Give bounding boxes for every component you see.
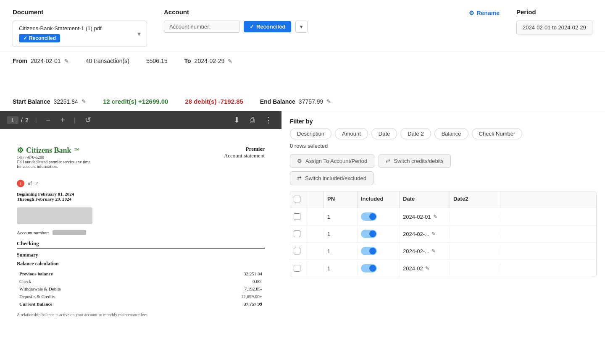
from-value: 2024-02-01 (31, 58, 61, 64)
from-stat: From 2024-02-01 ✎ (13, 58, 69, 64)
row4-extra (500, 264, 596, 272)
action-btn-row: ⚙ Assign To Account/Period ⇄ Switch cred… (290, 154, 597, 168)
row2-date: 2024-02-... ✎ (400, 227, 450, 241)
from-edit-icon[interactable]: ✎ (64, 58, 69, 64)
rows-selected: 0 rows selected (290, 143, 597, 149)
current-balance-val: 37,757.99 (177, 301, 264, 307)
check-icon: ✓ (23, 35, 27, 41)
filter-balance-button[interactable]: Balance (434, 128, 468, 139)
to-stat: To 2024-02-29 ✎ (184, 58, 233, 64)
assign-account-button[interactable]: ⚙ Assign To Account/Period (290, 154, 374, 168)
pdf-zoom-out-button[interactable]: − (43, 115, 53, 126)
withdrawals-val: 7,192.85- (177, 285, 264, 292)
document-content: Citizens-Bank-Statement-1 (1).pdf ✓ Reco… (19, 25, 102, 42)
switch-included-button[interactable]: ⇄ Switch included/excluded (290, 171, 374, 185)
row1-toggle[interactable] (361, 212, 377, 221)
row1-date-edit-icon[interactable]: ✎ (433, 214, 437, 220)
pdf-balance-calc-title: Balance calculation (17, 261, 265, 267)
action-buttons: ⚙ Assign To Account/Period ⇄ Switch cred… (290, 154, 597, 185)
row3-checkbox (290, 244, 307, 259)
filter-amount-button[interactable]: Amount (335, 128, 368, 139)
table-row: 1 2024-02-... ✎ (290, 243, 596, 260)
pdf-header: ⚙ Citizens Bank ™ 1-877-670-5200 Call ou… (17, 146, 265, 173)
filter-buttons: Description Amount Date Date 2 Balance C… (290, 128, 597, 139)
row1-sep (307, 212, 324, 221)
row2-toggle[interactable] (361, 230, 377, 238)
pdf-toolbar: / 2 | − + | ↺ ⬇ ⎙ ⋮ (0, 111, 281, 129)
account-dropdown-button[interactable]: ▾ (295, 21, 308, 33)
pdf-summary-title: Summary (17, 252, 265, 258)
pdf-phone: 1-877-670-5200 (17, 155, 90, 160)
switch-credits-button[interactable]: ⇄ Switch credits/debits (379, 154, 451, 168)
top-section: Document Citizens-Bank-Statement-1 (1).p… (0, 0, 605, 52)
pdf-print-button[interactable]: ⎙ (247, 115, 257, 126)
deposits-label: Deposits & Credits (18, 293, 176, 300)
to-value: 2024-02-29 (195, 58, 225, 64)
account-row: Account number: ✓ Reconciled ▾ (164, 21, 500, 33)
balance-mid-stat: 5506.15 (146, 58, 168, 64)
start-balance-edit-icon[interactable]: ✎ (82, 98, 86, 105)
row3-select[interactable] (294, 248, 300, 254)
row2-sep (307, 230, 324, 238)
filter-date-button[interactable]: Date (371, 128, 397, 139)
page-count: 2 (35, 181, 38, 187)
pdf-page-total: 2 (25, 117, 29, 123)
check-val: 0.00- (177, 278, 264, 285)
row4-checkbox (290, 261, 307, 276)
reconciled-badge: ✓ Reconciled (19, 34, 60, 42)
col-separator (307, 191, 324, 208)
chevron-down-icon[interactable]: ▾ (137, 30, 141, 38)
row4-included[interactable] (358, 260, 400, 277)
reconciled-button[interactable]: ✓ Reconciled (244, 21, 291, 32)
account-num-blur (53, 230, 86, 235)
row1-select[interactable] (294, 213, 300, 220)
row2-select[interactable] (294, 230, 300, 237)
table-row: 1 2024-02 ✎ (290, 260, 596, 277)
transactions-stat: 40 transaction(s) (86, 58, 129, 64)
pdf-balance-table: Previous balance 32,251.84 Check 0.00- W… (17, 270, 265, 308)
row2-included[interactable] (358, 225, 400, 242)
row3-toggle[interactable] (361, 247, 377, 255)
row3-slider (361, 247, 377, 255)
pdf-rotate-button[interactable]: ↺ (82, 115, 94, 126)
filter-check-number-button[interactable]: Check Number (472, 128, 523, 139)
account-block: Account ⚙ Rename Account number: ✓ Recon… (164, 8, 500, 33)
credits-value: 12 credit(s) +12699.00 (103, 98, 168, 105)
row4-toggle[interactable] (361, 264, 377, 272)
to-label: To (184, 58, 191, 64)
end-balance-edit-icon[interactable]: ✎ (326, 98, 331, 105)
row3-date-edit-icon[interactable]: ✎ (431, 248, 436, 254)
pdf-footer-note: A relationship balance is active on your… (17, 312, 265, 317)
pdf-zoom-in-button[interactable]: + (58, 115, 68, 126)
filename: Citizens-Bank-Statement-1 (1).pdf (19, 25, 102, 31)
check-icon-btn: ✓ (250, 24, 254, 30)
filter-label: Filter by (290, 118, 597, 125)
citizens-bank-logo: ⚙ Citizens Bank ™ (17, 146, 90, 155)
row1-date2 (450, 212, 500, 221)
row1-checkbox (290, 209, 307, 224)
pdf-download-button[interactable]: ⬇ (231, 115, 242, 126)
pdf-date-beginning: Beginning February 01, 2024 (17, 191, 265, 196)
select-all-checkbox[interactable] (294, 196, 300, 202)
row4-select[interactable] (294, 265, 300, 272)
pdf-page-input[interactable] (7, 116, 18, 124)
row4-date-edit-icon[interactable]: ✎ (425, 265, 429, 271)
pdf-section-checking: Checking (17, 240, 265, 249)
pdf-page-separator: / (21, 117, 23, 123)
row1-included[interactable] (358, 208, 400, 225)
gear-icon: ⚙ (469, 10, 474, 16)
bank-name: Citizens Bank (26, 146, 71, 155)
document-label: Document (13, 8, 147, 16)
bank-trademark: ™ (74, 147, 80, 154)
row3-included[interactable] (358, 243, 400, 259)
row2-extra (500, 230, 596, 238)
rename-button[interactable]: ⚙ Rename (469, 10, 499, 16)
filter-date2-button[interactable]: Date 2 (400, 128, 431, 139)
filter-description-button[interactable]: Description (290, 128, 331, 139)
pdf-date-through: Through February 29, 2024 (17, 196, 265, 202)
end-balance-value: 37757.99 (299, 98, 323, 105)
row2-date-edit-icon[interactable]: ✎ (431, 231, 436, 237)
start-balance-stat: Start Balance 32251.84 ✎ (13, 98, 86, 105)
to-edit-icon[interactable]: ✎ (228, 58, 232, 64)
pdf-more-button[interactable]: ⋮ (262, 115, 275, 126)
